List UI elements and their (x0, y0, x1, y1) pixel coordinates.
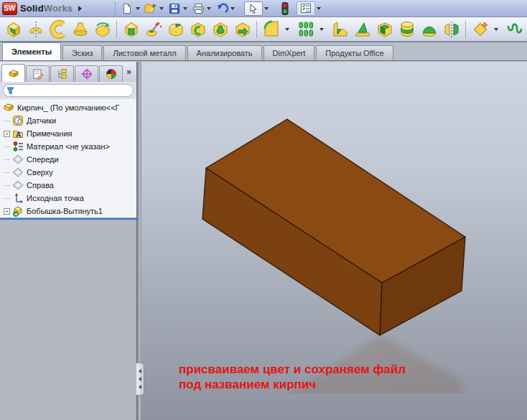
swept-boss-icon[interactable] (48, 19, 67, 39)
tree-item-top-plane[interactable]: Сверху (0, 166, 136, 179)
extruded-boss-icon[interactable] (4, 19, 23, 39)
feature-toolbar (0, 17, 527, 42)
dropdown-arrow-icon[interactable] (183, 7, 187, 10)
tree-item-annotations[interactable]: + A Примечания (0, 127, 136, 140)
panel-overflow-chevron[interactable]: » (126, 67, 131, 77)
feature-tree: Кирпич_ (По умолчанию<<Г Датчики + A При… (0, 99, 136, 218)
expand-plus-icon[interactable]: + (4, 208, 10, 215)
propertymanager-tab[interactable] (26, 65, 50, 82)
feature-manager-panel: » Кирпич_ (По умолчанию<<Г Датчики + (0, 62, 136, 420)
rebuild-traffic-light-icon[interactable] (278, 1, 292, 16)
filter-box[interactable] (3, 84, 134, 97)
wrap-icon[interactable] (397, 19, 416, 39)
toolbar-separator (115, 2, 116, 15)
app-title: SolidWorks (20, 3, 73, 14)
displaymanager-tab[interactable] (99, 65, 123, 82)
revolved-cut-icon[interactable] (166, 19, 185, 39)
tab-elements[interactable]: Элементы (2, 42, 61, 60)
annotation-text: присваиваем цвет и сохраняем файл под на… (179, 362, 406, 392)
boundary-cut-icon[interactable] (233, 19, 252, 39)
collapse-arrow-icon (139, 369, 141, 373)
fillet-icon[interactable] (261, 19, 281, 39)
panel-empty-area (0, 220, 136, 420)
open-icon[interactable] (144, 1, 158, 16)
save-icon[interactable] (167, 1, 182, 16)
tab-sheet-metal[interactable]: Листовой металл (103, 45, 185, 60)
annotation-line1: присваиваем цвет и сохраняем файл (179, 362, 406, 377)
dropdown-arrow-icon[interactable] (230, 7, 235, 10)
toolbar-separator (465, 21, 466, 38)
solidworks-window: SW SolidWorks (0, 0, 527, 420)
dimxpertmanager-tab[interactable] (75, 65, 98, 82)
manager-tab-bar: » (0, 62, 136, 82)
dropdown-arrow-icon[interactable] (320, 28, 324, 31)
design-checker-icon[interactable] (297, 1, 315, 16)
tree-item-label: Справа (27, 181, 54, 190)
revolved-boss-icon[interactable] (26, 19, 45, 39)
tree-item-origin[interactable]: Исходная точка (0, 192, 136, 205)
tree-item-label: Спереди (27, 155, 59, 164)
hole-wizard-icon[interactable] (144, 19, 163, 39)
title-bar: SW SolidWorks (0, 0, 527, 17)
dropdown-arrow-icon[interactable] (264, 7, 269, 10)
filter-row (0, 82, 136, 99)
instant3d-icon[interactable] (470, 19, 490, 39)
dropdown-arrow-icon[interactable] (494, 28, 498, 31)
linear-pattern-icon[interactable] (296, 19, 315, 39)
draft-icon[interactable] (353, 19, 372, 39)
part-icon (3, 102, 14, 113)
configurationmanager-tab[interactable] (50, 65, 74, 82)
svg-text:A: A (16, 131, 21, 139)
tree-item-boss-extrude[interactable]: + Бобышка-Вытянуть1 (0, 205, 136, 218)
tree-item-sensors[interactable]: Датчики (0, 114, 136, 127)
tab-office-products[interactable]: Продукты Office (316, 45, 393, 60)
dropdown-arrow-icon[interactable] (136, 7, 140, 10)
collapse-arrow-icon (139, 377, 141, 381)
undo-icon[interactable] (215, 1, 229, 16)
menu-expand-icon[interactable] (78, 6, 82, 11)
sensors-icon (12, 115, 24, 126)
tree-item-label: Исходная точка (27, 194, 84, 202)
material-icon (12, 141, 24, 152)
featuremanager-tab[interactable] (1, 64, 25, 82)
tab-sketch[interactable]: Эскиз (62, 45, 102, 60)
origin-icon (12, 192, 24, 204)
panel-collapse-handle[interactable] (136, 363, 144, 396)
lofted-boss-icon[interactable] (70, 19, 90, 39)
tab-evaluate[interactable]: Анализировать (187, 45, 262, 60)
rib-icon[interactable] (330, 19, 350, 39)
mirror-icon[interactable] (442, 19, 461, 39)
lofted-cut-icon[interactable] (210, 19, 230, 39)
annotation-line2: под названием кирпич (179, 377, 406, 392)
extrude-feature-icon (12, 205, 24, 217)
dropdown-arrow-icon[interactable] (207, 7, 211, 10)
tab-dimxpert[interactable]: DimXpert (264, 45, 315, 60)
dropdown-arrow-icon[interactable] (317, 7, 321, 10)
toolbar-separator (116, 21, 117, 38)
new-document-icon[interactable] (120, 1, 134, 16)
tree-item-label: Примечания (27, 129, 73, 138)
tree-item-label: Кирпич_ (По умолчанию<<Г (17, 103, 120, 112)
curves-icon[interactable] (505, 19, 524, 39)
tree-item-material[interactable]: Материал <не указан> (0, 140, 136, 153)
filter-input[interactable] (14, 85, 133, 95)
print-icon[interactable] (191, 1, 205, 16)
tree-item-label: Материал <не указан> (27, 142, 110, 151)
solidworks-logo-icon: SW (2, 2, 17, 15)
plane-icon (12, 154, 24, 165)
graphics-viewport[interactable]: присваиваем цвет и сохраняем файл под на… (141, 62, 527, 420)
tree-item-front-plane[interactable]: Спереди (0, 153, 136, 166)
dropdown-arrow-icon[interactable] (159, 7, 164, 10)
tree-item-part[interactable]: Кирпич_ (По умолчанию<<Г (0, 101, 136, 114)
plane-icon (12, 179, 24, 191)
dropdown-arrow-icon[interactable] (285, 28, 289, 31)
swept-cut-icon[interactable] (188, 19, 207, 39)
extruded-cut-icon[interactable] (121, 19, 141, 39)
dome-icon[interactable] (419, 19, 439, 39)
expand-plus-icon[interactable]: + (4, 131, 10, 137)
select-cursor-icon[interactable] (244, 1, 263, 16)
tree-item-right-plane[interactable]: Справа (0, 179, 136, 192)
shell-icon[interactable] (375, 19, 394, 39)
boundary-boss-icon[interactable] (93, 19, 112, 39)
toolbar-separator (256, 21, 257, 38)
